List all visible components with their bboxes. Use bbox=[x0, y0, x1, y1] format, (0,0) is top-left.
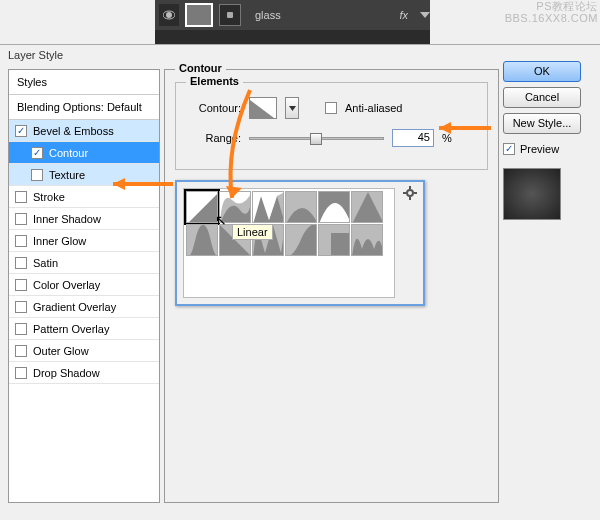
anti-aliased-label[interactable]: Anti-aliased bbox=[345, 102, 402, 114]
style-row-pattern-overlay[interactable]: Pattern Overlay bbox=[9, 318, 159, 340]
ok-button[interactable]: OK bbox=[503, 61, 581, 82]
style-label: Contour bbox=[49, 147, 88, 159]
checkbox[interactable] bbox=[15, 191, 27, 203]
layer-row-below bbox=[155, 30, 430, 44]
styles-header[interactable]: Styles bbox=[9, 70, 159, 95]
style-preview-swatch bbox=[503, 168, 561, 220]
contour-swatch[interactable] bbox=[249, 97, 277, 119]
style-label: Inner Shadow bbox=[33, 213, 101, 225]
layer-thumbnail[interactable] bbox=[185, 3, 213, 27]
cursor-icon: ↖ bbox=[215, 212, 227, 228]
dialog-buttons: OK Cancel New Style... Preview bbox=[503, 61, 581, 503]
style-row-stroke[interactable]: Stroke bbox=[9, 186, 159, 208]
elements-group: Elements Contour: Anti-aliased Range: bbox=[175, 82, 488, 170]
style-label: Inner Glow bbox=[33, 235, 86, 247]
chevron-down-icon bbox=[289, 106, 296, 111]
preset-tooltip: Linear bbox=[232, 224, 273, 240]
svg-marker-14 bbox=[352, 192, 383, 223]
anti-aliased-checkbox[interactable] bbox=[325, 102, 337, 114]
checkbox[interactable] bbox=[15, 345, 27, 357]
style-row-drop-shadow[interactable]: Drop Shadow bbox=[9, 362, 159, 384]
style-label: Gradient Overlay bbox=[33, 301, 116, 313]
style-row-inner-glow[interactable]: Inner Glow bbox=[9, 230, 159, 252]
elements-title: Elements bbox=[186, 75, 243, 87]
svg-point-4 bbox=[407, 190, 413, 196]
contour-preset[interactable] bbox=[318, 224, 350, 256]
layer-style-dialog: Layer Style Styles Blending Options: Def… bbox=[0, 44, 600, 520]
style-row-inner-shadow[interactable]: Inner Shadow bbox=[9, 208, 159, 230]
contour-preset[interactable] bbox=[351, 224, 383, 256]
contour-preset[interactable] bbox=[285, 191, 317, 223]
range-input[interactable]: 45 bbox=[392, 129, 434, 147]
range-unit: % bbox=[442, 132, 452, 144]
contour-preset[interactable] bbox=[318, 191, 350, 223]
visibility-toggle[interactable] bbox=[159, 4, 179, 26]
style-label: Bevel & Emboss bbox=[33, 125, 114, 137]
style-row-color-overlay[interactable]: Color Overlay bbox=[9, 274, 159, 296]
style-row-contour[interactable]: Contour bbox=[9, 142, 159, 164]
fx-badge[interactable]: fx bbox=[399, 9, 408, 21]
contour-preset[interactable] bbox=[252, 191, 284, 223]
layer-row-glass[interactable]: glass fx bbox=[155, 0, 430, 30]
contour-settings-panel: Contour Elements Contour: Anti-aliased R… bbox=[164, 69, 499, 503]
checkbox[interactable] bbox=[15, 323, 27, 335]
contour-preset-grid[interactable] bbox=[183, 188, 395, 298]
svg-point-0 bbox=[166, 12, 172, 18]
eye-icon bbox=[163, 9, 175, 21]
checkbox[interactable] bbox=[15, 257, 27, 269]
style-row-bevel-emboss[interactable]: Bevel & Emboss bbox=[9, 120, 159, 142]
gear-icon bbox=[403, 186, 417, 200]
contour-picker-popout: ↖ Linear bbox=[175, 180, 425, 306]
style-row-texture[interactable]: Texture bbox=[9, 164, 159, 186]
layer-name[interactable]: glass bbox=[255, 9, 393, 21]
watermark-line1: PS教程论坛 bbox=[505, 0, 598, 12]
styles-list: Styles Blending Options: Default Bevel &… bbox=[8, 69, 160, 503]
contour-preset[interactable] bbox=[285, 224, 317, 256]
checkbox[interactable] bbox=[15, 235, 27, 247]
slider-thumb[interactable] bbox=[310, 133, 322, 145]
contour-preset[interactable] bbox=[186, 224, 218, 256]
style-label: Texture bbox=[49, 169, 85, 181]
style-label: Outer Glow bbox=[33, 345, 89, 357]
style-label: Satin bbox=[33, 257, 58, 269]
range-slider[interactable] bbox=[249, 137, 384, 140]
watermark-line2: BBS.16XX8.COM bbox=[505, 12, 598, 24]
style-row-satin[interactable]: Satin bbox=[9, 252, 159, 274]
svg-marker-3 bbox=[289, 106, 296, 111]
cancel-button[interactable]: Cancel bbox=[503, 87, 581, 108]
checkbox[interactable] bbox=[15, 367, 27, 379]
style-label: Pattern Overlay bbox=[33, 323, 109, 335]
checkbox[interactable] bbox=[15, 213, 27, 225]
picker-menu-button[interactable] bbox=[403, 186, 417, 202]
svg-marker-2 bbox=[420, 12, 430, 18]
watermark: PS教程论坛 BBS.16XX8.COM bbox=[505, 0, 598, 24]
contour-label: Contour: bbox=[186, 102, 241, 114]
contour-preset[interactable] bbox=[351, 191, 383, 223]
checkbox[interactable] bbox=[15, 279, 27, 291]
preview-label[interactable]: Preview bbox=[520, 143, 559, 155]
contour-dropdown-button[interactable] bbox=[285, 97, 299, 119]
style-label: Color Overlay bbox=[33, 279, 100, 291]
preview-checkbox[interactable] bbox=[503, 143, 515, 155]
style-label: Stroke bbox=[33, 191, 65, 203]
checkbox[interactable] bbox=[31, 147, 43, 159]
checkbox[interactable] bbox=[15, 125, 27, 137]
blending-options-row[interactable]: Blending Options: Default bbox=[9, 95, 159, 120]
contour-preset-linear[interactable] bbox=[186, 191, 218, 223]
group-title: Contour bbox=[175, 62, 226, 74]
style-row-outer-glow[interactable]: Outer Glow bbox=[9, 340, 159, 362]
style-row-gradient-overlay[interactable]: Gradient Overlay bbox=[9, 296, 159, 318]
checkbox[interactable] bbox=[15, 301, 27, 313]
range-label: Range: bbox=[186, 132, 241, 144]
chevron-down-icon[interactable] bbox=[420, 10, 430, 20]
style-label: Drop Shadow bbox=[33, 367, 100, 379]
checkbox[interactable] bbox=[31, 169, 43, 181]
new-style-button[interactable]: New Style... bbox=[503, 113, 581, 134]
layer-mask-thumbnail[interactable] bbox=[219, 4, 241, 26]
